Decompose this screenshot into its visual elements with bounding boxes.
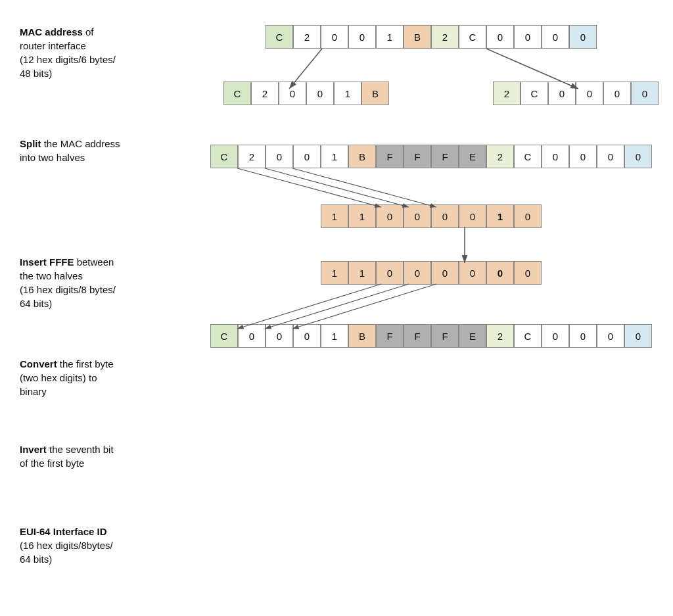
convert-label-block: Convert the first byte (two hex digits) … bbox=[20, 357, 204, 410]
cell-0-2: 0 bbox=[348, 25, 376, 49]
right-diagrams: C 2 0 0 1 B 2 C 0 0 0 0 C 2 0 0 bbox=[210, 13, 672, 571]
inv-0f: 0 bbox=[514, 261, 542, 285]
eui-Cb: C bbox=[514, 324, 542, 348]
mac-label-line2: router interface bbox=[20, 39, 204, 53]
insert-label-line3: (16 hex digits/8 bytes/ bbox=[20, 283, 204, 296]
half1-0: 0 bbox=[279, 82, 306, 105]
split-row: C 2 0 0 1 B 2 C 0 0 0 0 bbox=[210, 82, 672, 105]
eui64-row: C 0 0 0 1 B F F F E 2 C 0 0 0 0 bbox=[210, 324, 672, 348]
mac-label-line4: 48 bits) bbox=[20, 66, 204, 80]
cell-0-3: 0 bbox=[486, 25, 514, 49]
fffe-0e: 0 bbox=[597, 145, 624, 168]
cell-C1: C bbox=[266, 25, 293, 49]
fffe-0c: 0 bbox=[542, 145, 569, 168]
arrow-fffe-C-to-bin bbox=[237, 168, 381, 207]
convert-label-line2: (two hex digits) to bbox=[20, 371, 204, 385]
split-label-line1: Split the MAC address bbox=[20, 137, 204, 151]
eui-0b: 0 bbox=[266, 324, 293, 348]
first-half-cells: C 2 0 0 1 B bbox=[223, 82, 389, 105]
bin-0e: 0 bbox=[514, 204, 542, 228]
mac-full-row: C 2 0 0 1 B 2 C 0 0 0 0 bbox=[210, 25, 672, 49]
fffe-0b: 0 bbox=[293, 145, 321, 168]
half1-B: B bbox=[361, 82, 389, 105]
binary-row: 1 1 0 0 0 0 1 0 bbox=[210, 204, 672, 228]
inverted-cells: 1 1 0 0 0 0 0 0 bbox=[321, 261, 542, 285]
inv-0b: 0 bbox=[404, 261, 431, 285]
bin-0d: 0 bbox=[459, 204, 486, 228]
cell-B1: B bbox=[404, 25, 431, 49]
cell-2-2: 2 bbox=[431, 25, 459, 49]
binary-cells: 1 1 0 0 0 0 1 0 bbox=[321, 204, 542, 228]
fffe-E: E bbox=[459, 145, 486, 168]
bin-0b: 0 bbox=[404, 204, 431, 228]
bin-1b: 1 bbox=[348, 204, 376, 228]
mac-label-block: MAC address of router interface (12 hex … bbox=[20, 25, 204, 97]
half2-0: 0 bbox=[548, 82, 576, 105]
bin-1a: 1 bbox=[321, 204, 348, 228]
insert-label-line2: the two halves bbox=[20, 269, 204, 283]
fffe-1: 1 bbox=[321, 145, 348, 168]
inv-0a: 0 bbox=[376, 261, 404, 285]
fffe-2: 2 bbox=[238, 145, 266, 168]
fffe-0f: 0 bbox=[624, 145, 652, 168]
half1-2: 2 bbox=[251, 82, 279, 105]
invert-label-block: Invert the seventh bit of the first byte bbox=[20, 442, 204, 485]
inverted-row: 1 1 0 0 0 0 0 0 bbox=[210, 261, 672, 285]
eui-F3: F bbox=[431, 324, 459, 348]
eui-F2: F bbox=[404, 324, 431, 348]
fffe-row: C 2 0 0 1 B F F F E 2 C 0 0 0 0 bbox=[210, 145, 672, 168]
mac-full-cells: C 2 0 0 1 B 2 C 0 0 0 0 bbox=[266, 25, 597, 49]
split-label-line2: into two halves bbox=[20, 151, 204, 164]
cell-C2: C bbox=[459, 25, 486, 49]
eui-0c: 0 bbox=[293, 324, 321, 348]
arrow-inv-to-eui-C bbox=[237, 284, 381, 329]
eui-0f: 0 bbox=[597, 324, 624, 348]
eui-0g: 0 bbox=[624, 324, 652, 348]
bin-0c: 0 bbox=[431, 204, 459, 228]
arrow-inv-to-eui-0 bbox=[265, 284, 409, 329]
bin-1c: 1 bbox=[486, 204, 514, 228]
fffe-B: B bbox=[348, 145, 376, 168]
cell-0-1: 0 bbox=[321, 25, 348, 49]
eui-F1: F bbox=[376, 324, 404, 348]
insert-label-line1: Insert FFFE between bbox=[20, 255, 204, 269]
arrow-fffe-0a-to-bin bbox=[292, 168, 436, 207]
arrow-fffe-2-to-bin bbox=[265, 168, 409, 207]
half2-0d: 0 bbox=[631, 82, 659, 105]
split-label-block: Split the MAC address into two halves bbox=[20, 137, 204, 189]
half1-C: C bbox=[223, 82, 251, 105]
inv-0d: 0 bbox=[459, 261, 486, 285]
fffe-2b: 2 bbox=[486, 145, 514, 168]
invert-label-line2: of the first byte bbox=[20, 456, 204, 470]
eui-label-block: EUI-64 Interface ID (16 hex digits/8byte… bbox=[20, 525, 204, 571]
fffe-F1: F bbox=[376, 145, 404, 168]
eui-0d: 0 bbox=[542, 324, 569, 348]
eui-E: E bbox=[459, 324, 486, 348]
eui-label-line3: 64 bits) bbox=[20, 552, 204, 566]
eui-B: B bbox=[348, 324, 376, 348]
inv-1b: 1 bbox=[348, 261, 376, 285]
fffe-F3: F bbox=[431, 145, 459, 168]
eui-label-line1: EUI-64 Interface ID bbox=[20, 525, 204, 538]
cell-2-1: 2 bbox=[293, 25, 321, 49]
arrow-inv-to-eui-0b bbox=[292, 284, 436, 329]
mac-label-line3: (12 hex digits/6 bytes/ bbox=[20, 53, 204, 66]
eui-label-line2: (16 hex digits/8bytes/ bbox=[20, 538, 204, 552]
fffe-0: 0 bbox=[266, 145, 293, 168]
eui64-cells: C 0 0 0 1 B F F F E 2 C 0 0 0 0 bbox=[210, 324, 652, 348]
eui-2: 2 bbox=[486, 324, 514, 348]
half1-0b: 0 bbox=[306, 82, 334, 105]
eui-1: 1 bbox=[321, 324, 348, 348]
left-labels: MAC address of router interface (12 hex … bbox=[20, 13, 210, 571]
cell-1-1: 1 bbox=[376, 25, 404, 49]
convert-label-line3: binary bbox=[20, 385, 204, 398]
cell-0-5: 0 bbox=[542, 25, 569, 49]
fffe-cells: C 2 0 0 1 B F F F E 2 C 0 0 0 0 bbox=[210, 145, 652, 168]
mac-label-line1: MAC address of bbox=[20, 25, 204, 39]
half2-C: C bbox=[521, 82, 548, 105]
half1-1: 1 bbox=[334, 82, 361, 105]
eui-C: C bbox=[210, 324, 238, 348]
half2-0b: 0 bbox=[576, 82, 603, 105]
bin-0a: 0 bbox=[376, 204, 404, 228]
invert-label-line1: Invert the seventh bit bbox=[20, 442, 204, 456]
